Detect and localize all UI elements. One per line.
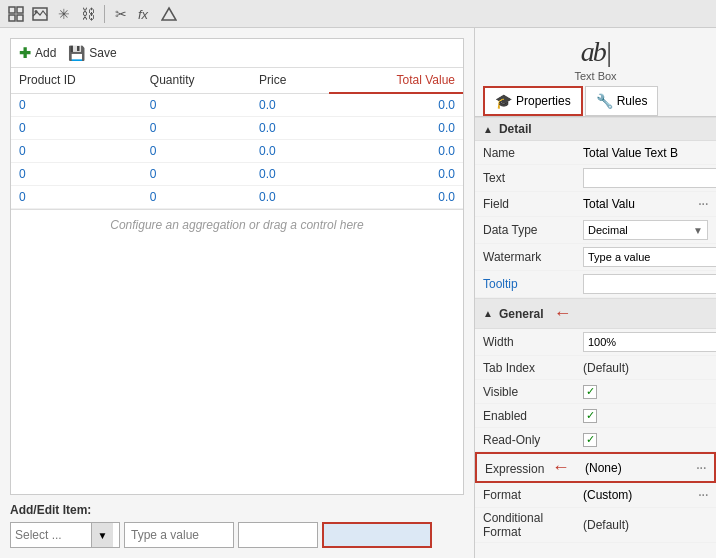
hat-icon[interactable] bbox=[159, 4, 179, 24]
grid-icon[interactable] bbox=[6, 4, 26, 24]
col-header-price: Price bbox=[251, 68, 329, 93]
left-panel: ✚ Add 💾 Save Product ID Quantity Price T… bbox=[0, 28, 475, 558]
svg-rect-2 bbox=[9, 15, 15, 21]
asterisk-icon[interactable]: ✳ bbox=[54, 4, 74, 24]
detail-chevron-icon: ▲ bbox=[483, 124, 493, 135]
prop-conditional-format: Conditional Format (Default) bbox=[475, 508, 716, 543]
svg-point-5 bbox=[35, 10, 38, 13]
save-icon: 💾 bbox=[68, 45, 85, 61]
scissors-icon[interactable]: ✂ bbox=[111, 4, 131, 24]
add-icon: ✚ bbox=[19, 45, 31, 61]
svg-rect-0 bbox=[9, 7, 15, 13]
col-header-product-id: Product ID bbox=[11, 68, 142, 93]
prop-width: Width bbox=[475, 329, 716, 356]
tooltip-input[interactable] bbox=[583, 274, 716, 294]
aggregation-hint: Configure an aggregation or drag a contr… bbox=[11, 209, 463, 240]
table-row: 000.00.0 bbox=[11, 93, 463, 117]
add-edit-section: Add/Edit Item: ▼ bbox=[10, 503, 464, 548]
format-dots-button[interactable]: ··· bbox=[698, 486, 708, 504]
panel-tabs: 🎓 Properties 🔧 Rules bbox=[475, 86, 716, 117]
table-row: 000.00.0 bbox=[11, 163, 463, 186]
prop-readonly: Read-Only ✓ bbox=[475, 428, 716, 452]
general-arrow-indicator: ← bbox=[554, 303, 572, 324]
widget-title: Text Box bbox=[574, 70, 616, 82]
general-chevron-icon: ▲ bbox=[483, 308, 493, 319]
prop-watermark: Watermark bbox=[475, 244, 716, 271]
select-input[interactable] bbox=[11, 526, 91, 544]
visible-checkbox[interactable]: ✓ bbox=[583, 385, 597, 399]
highlighted-field[interactable] bbox=[322, 522, 432, 548]
svg-rect-3 bbox=[17, 15, 23, 21]
detail-section-header[interactable]: ▲ Detail bbox=[475, 117, 716, 141]
svg-marker-7 bbox=[162, 8, 176, 20]
prop-format: Format (Custom) ··· bbox=[475, 483, 716, 508]
col-header-quantity: Quantity bbox=[142, 68, 251, 93]
readonly-checkbox[interactable]: ✓ bbox=[583, 433, 597, 447]
formula-icon[interactable]: fx bbox=[135, 4, 155, 24]
watermark-input[interactable] bbox=[583, 247, 716, 267]
widget-header: ab| Text Box bbox=[475, 28, 716, 86]
data-table: Product ID Quantity Price Total Value 00… bbox=[11, 68, 463, 209]
dropdown-arrow-icon[interactable]: ▼ bbox=[91, 523, 113, 547]
add-edit-row: ▼ bbox=[10, 522, 464, 548]
separator-1 bbox=[104, 5, 105, 23]
properties-icon: 🎓 bbox=[495, 93, 512, 109]
rules-icon: 🔧 bbox=[596, 93, 613, 109]
datatype-arrow-icon: ▼ bbox=[693, 225, 703, 236]
textbox-icon: ab| bbox=[581, 36, 611, 68]
add-button[interactable]: ✚ Add bbox=[19, 45, 56, 61]
expression-dots-button[interactable]: ··· bbox=[696, 459, 706, 477]
table-row: 000.00.0 bbox=[11, 140, 463, 163]
extra-input[interactable] bbox=[238, 522, 318, 548]
prop-datatype: Data Type Decimal ▼ bbox=[475, 217, 716, 244]
right-panel: ab| Text Box 🎓 Properties 🔧 Rules ▲ Deta… bbox=[475, 28, 716, 558]
expression-arrow-icon: ← bbox=[552, 457, 570, 477]
enabled-checkbox[interactable]: ✓ bbox=[583, 409, 597, 423]
table-row: 000.00.0 bbox=[11, 117, 463, 140]
prop-tooltip: Tooltip bbox=[475, 271, 716, 298]
prop-enabled: Enabled ✓ bbox=[475, 404, 716, 428]
field-dots-button[interactable]: ··· bbox=[698, 195, 708, 213]
datatype-select[interactable]: Decimal ▼ bbox=[583, 220, 708, 240]
value-input[interactable] bbox=[124, 522, 234, 548]
grid-toolbar: ✚ Add 💾 Save bbox=[11, 39, 463, 68]
add-edit-label: Add/Edit Item: bbox=[10, 503, 464, 517]
main-area: ✚ Add 💾 Save Product ID Quantity Price T… bbox=[0, 28, 716, 558]
width-input[interactable] bbox=[583, 332, 716, 352]
grid-container: ✚ Add 💾 Save Product ID Quantity Price T… bbox=[10, 38, 464, 495]
general-section-header[interactable]: ▲ General ← bbox=[475, 298, 716, 329]
toolbar: ✳ ⛓ ✂ fx bbox=[0, 0, 716, 28]
save-button[interactable]: 💾 Save bbox=[68, 45, 116, 61]
table-row: 000.00.0 bbox=[11, 186, 463, 209]
prop-text: Text bbox=[475, 165, 716, 192]
item-select-dropdown[interactable]: ▼ bbox=[10, 522, 120, 548]
tab-properties[interactable]: 🎓 Properties bbox=[483, 86, 583, 116]
svg-text:fx: fx bbox=[138, 7, 149, 22]
prop-name: Name Total Value Text B bbox=[475, 141, 716, 165]
text-value-input[interactable] bbox=[583, 168, 716, 188]
prop-tabindex: Tab Index (Default) bbox=[475, 356, 716, 380]
tab-rules[interactable]: 🔧 Rules bbox=[585, 86, 659, 116]
svg-rect-1 bbox=[17, 7, 23, 13]
col-header-total-value: Total Value bbox=[329, 68, 463, 93]
chain-icon[interactable]: ⛓ bbox=[78, 4, 98, 24]
prop-field: Field Total Valu ··· bbox=[475, 192, 716, 217]
prop-visible: Visible ✓ bbox=[475, 380, 716, 404]
prop-expression: Expression ← (None) ··· bbox=[475, 452, 716, 483]
image-icon[interactable] bbox=[30, 4, 50, 24]
